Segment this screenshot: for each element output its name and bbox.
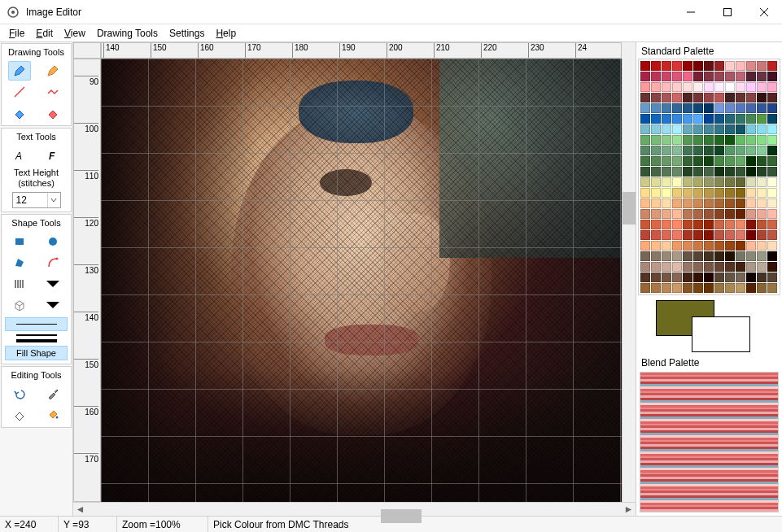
swatch[interactable]	[757, 283, 767, 293]
swatch[interactable]	[736, 82, 745, 92]
swatch[interactable]	[704, 209, 714, 219]
chevron-down-icon[interactable]	[47, 193, 60, 207]
ruler-horizontal[interactable]: 14015016017018019020021022023024	[101, 42, 622, 59]
swatch[interactable]	[672, 146, 682, 155]
swatch[interactable]	[757, 262, 767, 272]
swatch[interactable]	[725, 262, 735, 272]
swatch[interactable]	[704, 241, 714, 251]
swatch[interactable]	[757, 146, 767, 155]
swatch[interactable]	[672, 114, 682, 124]
swatch[interactable]	[651, 93, 661, 102]
text-height-select[interactable]: 12	[12, 192, 61, 208]
swatch[interactable]	[714, 251, 724, 261]
swatch[interactable]	[662, 262, 671, 272]
swatch[interactable]	[757, 188, 767, 198]
swatch[interactable]	[736, 146, 745, 155]
swatch[interactable]	[651, 146, 661, 155]
swatch[interactable]	[767, 262, 777, 272]
swatch[interactable]	[736, 93, 745, 102]
swatch[interactable]	[640, 124, 650, 134]
swatch[interactable]	[651, 230, 661, 240]
swatch[interactable]	[767, 72, 777, 81]
swatch[interactable]	[693, 188, 703, 198]
swatch[interactable]	[640, 273, 650, 282]
swatch[interactable]	[662, 177, 671, 187]
swatch[interactable]	[746, 198, 756, 208]
swatch[interactable]	[757, 156, 767, 166]
swatch[interactable]	[672, 72, 682, 81]
swatch[interactable]	[767, 167, 777, 177]
swatch[interactable]	[640, 82, 650, 92]
swatch[interactable]	[736, 198, 745, 208]
swatch[interactable]	[767, 198, 777, 208]
swatch[interactable]	[746, 220, 756, 229]
rectangle-tool[interactable]	[8, 232, 31, 251]
swatch[interactable]	[683, 167, 692, 177]
line-thick-button[interactable]	[3, 339, 69, 342]
swatch[interactable]	[662, 283, 671, 293]
swatch[interactable]	[714, 209, 724, 219]
swatch[interactable]	[736, 167, 745, 177]
swatch[interactable]	[662, 103, 671, 113]
circle-tool[interactable]	[42, 232, 64, 251]
swatch[interactable]	[640, 114, 650, 124]
swatch[interactable]	[757, 61, 767, 71]
eraser-blue-tool[interactable]	[8, 103, 31, 123]
swatch[interactable]	[651, 82, 661, 92]
swatch[interactable]	[746, 262, 756, 272]
swatch[interactable]	[693, 103, 703, 113]
swatch[interactable]	[672, 209, 682, 219]
swatch[interactable]	[683, 114, 692, 124]
swatch[interactable]	[662, 241, 671, 251]
swatch[interactable]	[651, 156, 661, 166]
swatch[interactable]	[746, 82, 756, 92]
line-red-tool[interactable]	[8, 82, 31, 102]
swatch[interactable]	[672, 251, 682, 261]
swatch[interactable]	[683, 188, 692, 198]
scrollbar-horizontal[interactable]: ◄ ►	[73, 502, 636, 516]
swatch[interactable]	[704, 177, 714, 187]
swatch[interactable]	[683, 273, 692, 282]
swatch[interactable]	[683, 72, 692, 81]
swatch[interactable]	[693, 241, 703, 251]
swatch[interactable]	[725, 82, 735, 92]
swatch[interactable]	[683, 156, 692, 166]
swatch[interactable]	[693, 220, 703, 229]
swatch[interactable]	[767, 251, 777, 261]
swatch[interactable]	[704, 251, 714, 261]
swatch[interactable]	[725, 72, 735, 81]
swatch[interactable]	[662, 230, 671, 240]
swatch[interactable]	[672, 188, 682, 198]
menu-help[interactable]: Help	[210, 26, 242, 41]
swatch[interactable]	[683, 283, 692, 293]
swatch[interactable]	[704, 273, 714, 282]
swatch[interactable]	[714, 146, 724, 155]
swatch[interactable]	[672, 262, 682, 272]
swatch[interactable]	[693, 146, 703, 155]
pencil-orange-tool[interactable]	[42, 61, 64, 81]
swatch[interactable]	[767, 93, 777, 102]
swatch[interactable]	[651, 283, 661, 293]
swatch[interactable]	[725, 124, 735, 134]
swatch[interactable]	[767, 273, 777, 282]
swatch[interactable]	[662, 188, 671, 198]
swatch[interactable]	[693, 230, 703, 240]
swatch[interactable]	[693, 156, 703, 166]
swatch[interactable]	[662, 135, 671, 145]
swatch[interactable]	[746, 273, 756, 282]
swatch[interactable]	[672, 93, 682, 102]
swatch[interactable]	[714, 273, 724, 282]
swatch[interactable]	[640, 61, 650, 71]
swatch[interactable]	[683, 124, 692, 134]
swatch[interactable]	[757, 273, 767, 282]
box-3d-tool[interactable]	[8, 295, 31, 315]
ruler-vertical[interactable]: 90100110120130140150160170	[73, 59, 101, 502]
swatch[interactable]	[736, 283, 745, 293]
swatch[interactable]	[640, 251, 650, 261]
maximize-button[interactable]	[709, 0, 745, 24]
swatch[interactable]	[662, 209, 671, 219]
swatch[interactable]	[693, 283, 703, 293]
swatch[interactable]	[725, 198, 735, 208]
minimize-button[interactable]	[672, 0, 709, 24]
swatch[interactable]	[714, 188, 724, 198]
